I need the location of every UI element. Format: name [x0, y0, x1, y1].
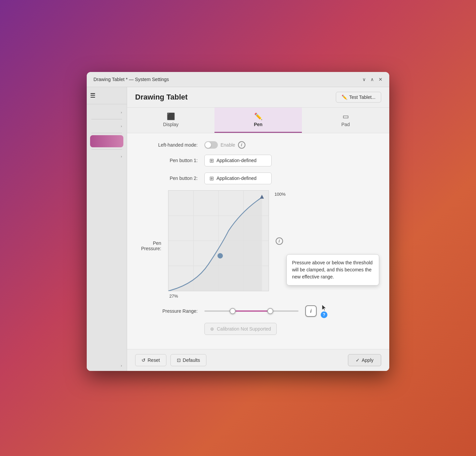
grid-icon-2: ⊞ [209, 175, 214, 182]
settings-content: Left-handed mode: Enable i Pen button 1:… [127, 133, 389, 349]
cursor-icon [321, 304, 327, 311]
reset-icon: ↺ [142, 357, 146, 363]
pad-tab-icon: ▭ [343, 112, 349, 120]
left-handed-info-icon[interactable]: i [238, 141, 245, 149]
pressure-curve-container: 100% 27% [168, 190, 269, 291]
left-handed-toggle[interactable] [204, 141, 218, 149]
pen-button2-dropdown[interactable]: ⊞ Application-defined [204, 173, 272, 184]
help-cursor-icon: ? [321, 311, 327, 318]
tooltip-text: Pressure above or below the threshold wi… [292, 260, 373, 279]
tab-display-label: Display [163, 122, 178, 127]
pen-pressure-section: Pen Pressure: [137, 190, 379, 301]
window-controls: ∨ ∧ ✕ [362, 77, 383, 82]
pen-tab-icon: ✏️ [254, 112, 263, 120]
bottom-left-buttons: ↺ Reset ⊡ Defaults [135, 354, 206, 366]
pressure-curve-svg [168, 191, 269, 291]
calibration-button[interactable]: ⊕ Calibration Not Supported [204, 323, 277, 335]
pen-button1-row: Pen button 1: ⊞ Application-defined [137, 155, 379, 166]
pressure-range-row: Pressure Range: i [137, 304, 379, 318]
left-handed-mode-row: Left-handed mode: Enable i [137, 141, 379, 149]
pen-button2-control: ⊞ Application-defined [204, 173, 379, 184]
chevron-icon-2: › [121, 124, 122, 128]
pen-pressure-control: 100% 27% [168, 190, 269, 301]
tab-pen[interactable]: ✏️ Pen [214, 108, 302, 133]
pressure-range-slider[interactable] [204, 308, 299, 314]
sidebar-items: › › › [87, 104, 127, 360]
pressure-range-label: Pressure Range: [137, 308, 204, 314]
sidebar-item-1[interactable]: › [87, 107, 127, 118]
range-handle-min[interactable] [230, 308, 236, 314]
pen-pressure-label: Pen Pressure: [137, 240, 168, 251]
chevron-icon-3: › [121, 154, 122, 158]
reset-button[interactable]: ↺ Reset [135, 354, 166, 366]
pen-button2-value: Application-defined [216, 176, 256, 181]
window-title: Drawing Tablet * — System Settings [93, 77, 169, 82]
defaults-button[interactable]: ⊡ Defaults [170, 354, 206, 366]
pen-button1-dropdown[interactable]: ⊞ Application-defined [204, 155, 272, 166]
defaults-icon: ⊡ [177, 357, 181, 363]
pressure-right-area: i [272, 190, 283, 245]
tab-pad[interactable]: ▭ Pad [302, 108, 389, 133]
page-title: Drawing Tablet [135, 93, 188, 102]
calibration-row: ⊕ Calibration Not Supported [204, 323, 379, 335]
content-panel: Drawing Tablet ✏️ Test Tablet... ⬛ Displ… [127, 87, 389, 371]
pressure-tooltip: Pressure above or below the threshold wi… [286, 254, 379, 286]
sidebar-divider-2 [91, 133, 122, 133]
curve-label-100: 100% [274, 192, 285, 197]
test-tablet-label: Test Tablet... [349, 94, 375, 100]
main-area: ☰ › › › › [87, 87, 389, 371]
sidebar-item-3[interactable]: › [87, 151, 127, 162]
bottom-bar: ↺ Reset ⊡ Defaults ✓ Apply [127, 349, 389, 371]
sidebar-divider-3 [91, 149, 122, 150]
titlebar: Drawing Tablet * — System Settings ∨ ∧ ✕ [87, 72, 389, 87]
test-tablet-button[interactable]: ✏️ Test Tablet... [336, 92, 381, 103]
hamburger-icon[interactable]: ☰ [90, 92, 95, 99]
sidebar-header: ☰ [87, 87, 127, 104]
sidebar: ☰ › › › › [87, 87, 127, 371]
pen-button2-label: Pen button 2: [137, 176, 204, 181]
tab-pad-label: Pad [342, 122, 350, 127]
range-handle-max[interactable] [267, 308, 273, 314]
main-window: Drawing Tablet * — System Settings ∨ ∧ ✕… [87, 72, 389, 371]
pen-button1-value: Application-defined [216, 158, 256, 163]
pen-button1-control: ⊞ Application-defined [204, 155, 379, 166]
calibration-icon: ⊕ [210, 326, 214, 332]
calibration-label: Calibration Not Supported [217, 326, 271, 332]
svg-point-6 [217, 253, 223, 258]
sidebar-divider-1 [91, 119, 122, 119]
maximize-button[interactable]: ∧ [370, 77, 374, 82]
close-button[interactable]: ✕ [379, 77, 383, 82]
tabs-bar: ⬛ Display ✏️ Pen ▭ Pad [127, 108, 389, 133]
tab-pen-label: Pen [254, 122, 263, 127]
info-tooltip-area: i [272, 190, 283, 245]
pressure-range-info-button[interactable]: i [305, 305, 317, 317]
apply-button[interactable]: ✓ Apply [348, 354, 381, 366]
pressure-info-icon[interactable]: i [276, 237, 283, 245]
apply-icon: ✓ [356, 357, 360, 363]
pressure-range-control: i ? [204, 304, 379, 318]
svg-marker-7 [260, 194, 264, 198]
reset-label: Reset [148, 357, 160, 363]
apply-label: Apply [362, 357, 373, 363]
sidebar-item-2[interactable]: › [87, 121, 127, 131]
pressure-curve-chart[interactable] [168, 190, 269, 291]
curve-label-27: 27% [169, 294, 178, 299]
sidebar-active-item[interactable] [90, 135, 123, 147]
display-tab-icon: ⬛ [167, 112, 175, 120]
minimize-button[interactable]: ∨ [362, 77, 366, 82]
enable-text: Enable [221, 142, 235, 148]
defaults-label: Defaults [183, 357, 200, 363]
left-handed-mode-control: Enable i [204, 141, 379, 149]
sidebar-bottom: › [87, 360, 127, 371]
chevron-icon-bottom[interactable]: › [121, 364, 122, 368]
tab-display[interactable]: ⬛ Display [127, 108, 214, 133]
left-handed-mode-label: Left-handed mode: [137, 142, 204, 148]
cursor-area: ? [321, 304, 327, 318]
chevron-icon-1: › [121, 110, 122, 114]
app-header: Drawing Tablet ✏️ Test Tablet... [127, 87, 389, 108]
grid-icon-1: ⊞ [209, 157, 214, 164]
range-fill [233, 310, 270, 312]
pen-button2-row: Pen button 2: ⊞ Application-defined [137, 173, 379, 184]
pen-button1-label: Pen button 1: [137, 158, 204, 163]
pen-icon: ✏️ [342, 94, 347, 100]
